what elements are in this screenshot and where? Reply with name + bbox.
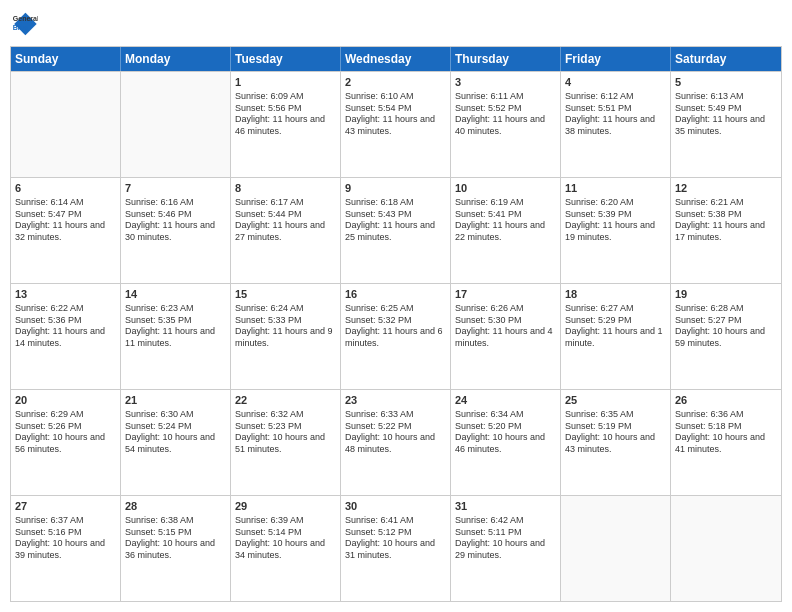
calendar-cell-1-4: 10Sunrise: 6:19 AMSunset: 5:41 PMDayligh… (451, 178, 561, 283)
day-info: Sunrise: 6:42 AMSunset: 5:11 PMDaylight:… (455, 515, 556, 562)
calendar-cell-4-3: 30Sunrise: 6:41 AMSunset: 5:12 PMDayligh… (341, 496, 451, 601)
day-number: 7 (125, 181, 226, 196)
day-info: Sunrise: 6:17 AMSunset: 5:44 PMDaylight:… (235, 197, 336, 244)
weekday-header-thursday: Thursday (451, 47, 561, 71)
day-info: Sunrise: 6:41 AMSunset: 5:12 PMDaylight:… (345, 515, 446, 562)
day-number: 2 (345, 75, 446, 90)
day-info: Sunrise: 6:33 AMSunset: 5:22 PMDaylight:… (345, 409, 446, 456)
day-number: 29 (235, 499, 336, 514)
day-info: Sunrise: 6:36 AMSunset: 5:18 PMDaylight:… (675, 409, 777, 456)
day-number: 23 (345, 393, 446, 408)
calendar-cell-0-6: 5Sunrise: 6:13 AMSunset: 5:49 PMDaylight… (671, 72, 781, 177)
calendar-row-2: 13Sunrise: 6:22 AMSunset: 5:36 PMDayligh… (11, 283, 781, 389)
calendar-cell-0-2: 1Sunrise: 6:09 AMSunset: 5:56 PMDaylight… (231, 72, 341, 177)
day-info: Sunrise: 6:23 AMSunset: 5:35 PMDaylight:… (125, 303, 226, 350)
day-number: 26 (675, 393, 777, 408)
day-info: Sunrise: 6:16 AMSunset: 5:46 PMDaylight:… (125, 197, 226, 244)
day-number: 17 (455, 287, 556, 302)
svg-text:General: General (13, 15, 38, 22)
day-number: 1 (235, 75, 336, 90)
day-number: 21 (125, 393, 226, 408)
day-info: Sunrise: 6:19 AMSunset: 5:41 PMDaylight:… (455, 197, 556, 244)
calendar-cell-1-0: 6Sunrise: 6:14 AMSunset: 5:47 PMDaylight… (11, 178, 121, 283)
calendar-cell-2-1: 14Sunrise: 6:23 AMSunset: 5:35 PMDayligh… (121, 284, 231, 389)
day-info: Sunrise: 6:38 AMSunset: 5:15 PMDaylight:… (125, 515, 226, 562)
calendar-row-1: 6Sunrise: 6:14 AMSunset: 5:47 PMDaylight… (11, 177, 781, 283)
day-number: 9 (345, 181, 446, 196)
day-number: 20 (15, 393, 116, 408)
day-number: 27 (15, 499, 116, 514)
calendar-cell-0-1 (121, 72, 231, 177)
calendar-body: 1Sunrise: 6:09 AMSunset: 5:56 PMDaylight… (11, 71, 781, 601)
day-number: 12 (675, 181, 777, 196)
svg-text:Blue: Blue (13, 24, 28, 31)
calendar-cell-1-1: 7Sunrise: 6:16 AMSunset: 5:46 PMDaylight… (121, 178, 231, 283)
day-info: Sunrise: 6:13 AMSunset: 5:49 PMDaylight:… (675, 91, 777, 138)
weekday-header-tuesday: Tuesday (231, 47, 341, 71)
calendar-cell-1-6: 12Sunrise: 6:21 AMSunset: 5:38 PMDayligh… (671, 178, 781, 283)
day-info: Sunrise: 6:18 AMSunset: 5:43 PMDaylight:… (345, 197, 446, 244)
calendar-row-0: 1Sunrise: 6:09 AMSunset: 5:56 PMDaylight… (11, 71, 781, 177)
calendar-cell-3-4: 24Sunrise: 6:34 AMSunset: 5:20 PMDayligh… (451, 390, 561, 495)
day-number: 22 (235, 393, 336, 408)
weekday-header-monday: Monday (121, 47, 231, 71)
calendar-cell-3-2: 22Sunrise: 6:32 AMSunset: 5:23 PMDayligh… (231, 390, 341, 495)
day-number: 3 (455, 75, 556, 90)
page: General Blue SundayMondayTuesdayWednesda… (0, 0, 792, 612)
calendar-cell-0-4: 3Sunrise: 6:11 AMSunset: 5:52 PMDaylight… (451, 72, 561, 177)
day-info: Sunrise: 6:12 AMSunset: 5:51 PMDaylight:… (565, 91, 666, 138)
calendar-cell-2-3: 16Sunrise: 6:25 AMSunset: 5:32 PMDayligh… (341, 284, 451, 389)
day-info: Sunrise: 6:20 AMSunset: 5:39 PMDaylight:… (565, 197, 666, 244)
day-number: 18 (565, 287, 666, 302)
weekday-header-friday: Friday (561, 47, 671, 71)
weekday-header-sunday: Sunday (11, 47, 121, 71)
calendar-row-4: 27Sunrise: 6:37 AMSunset: 5:16 PMDayligh… (11, 495, 781, 601)
calendar-cell-1-3: 9Sunrise: 6:18 AMSunset: 5:43 PMDaylight… (341, 178, 451, 283)
logo-icon: General Blue (10, 10, 38, 38)
day-number: 10 (455, 181, 556, 196)
day-info: Sunrise: 6:10 AMSunset: 5:54 PMDaylight:… (345, 91, 446, 138)
weekday-header-saturday: Saturday (671, 47, 781, 71)
day-number: 24 (455, 393, 556, 408)
day-info: Sunrise: 6:34 AMSunset: 5:20 PMDaylight:… (455, 409, 556, 456)
day-info: Sunrise: 6:25 AMSunset: 5:32 PMDaylight:… (345, 303, 446, 350)
day-info: Sunrise: 6:22 AMSunset: 5:36 PMDaylight:… (15, 303, 116, 350)
calendar-cell-1-5: 11Sunrise: 6:20 AMSunset: 5:39 PMDayligh… (561, 178, 671, 283)
day-number: 19 (675, 287, 777, 302)
calendar-cell-4-4: 31Sunrise: 6:42 AMSunset: 5:11 PMDayligh… (451, 496, 561, 601)
day-info: Sunrise: 6:24 AMSunset: 5:33 PMDaylight:… (235, 303, 336, 350)
calendar-cell-3-6: 26Sunrise: 6:36 AMSunset: 5:18 PMDayligh… (671, 390, 781, 495)
header: General Blue (10, 10, 782, 38)
day-number: 30 (345, 499, 446, 514)
calendar-cell-0-5: 4Sunrise: 6:12 AMSunset: 5:51 PMDaylight… (561, 72, 671, 177)
calendar-header: SundayMondayTuesdayWednesdayThursdayFrid… (11, 47, 781, 71)
day-number: 5 (675, 75, 777, 90)
day-info: Sunrise: 6:27 AMSunset: 5:29 PMDaylight:… (565, 303, 666, 350)
day-number: 28 (125, 499, 226, 514)
day-info: Sunrise: 6:14 AMSunset: 5:47 PMDaylight:… (15, 197, 116, 244)
calendar-cell-0-0 (11, 72, 121, 177)
calendar-cell-0-3: 2Sunrise: 6:10 AMSunset: 5:54 PMDaylight… (341, 72, 451, 177)
day-info: Sunrise: 6:30 AMSunset: 5:24 PMDaylight:… (125, 409, 226, 456)
day-info: Sunrise: 6:21 AMSunset: 5:38 PMDaylight:… (675, 197, 777, 244)
day-info: Sunrise: 6:11 AMSunset: 5:52 PMDaylight:… (455, 91, 556, 138)
calendar-row-3: 20Sunrise: 6:29 AMSunset: 5:26 PMDayligh… (11, 389, 781, 495)
calendar-cell-4-5 (561, 496, 671, 601)
day-number: 11 (565, 181, 666, 196)
day-number: 31 (455, 499, 556, 514)
calendar: SundayMondayTuesdayWednesdayThursdayFrid… (10, 46, 782, 602)
weekday-header-wednesday: Wednesday (341, 47, 451, 71)
calendar-cell-2-4: 17Sunrise: 6:26 AMSunset: 5:30 PMDayligh… (451, 284, 561, 389)
calendar-cell-2-6: 19Sunrise: 6:28 AMSunset: 5:27 PMDayligh… (671, 284, 781, 389)
day-info: Sunrise: 6:28 AMSunset: 5:27 PMDaylight:… (675, 303, 777, 350)
day-info: Sunrise: 6:37 AMSunset: 5:16 PMDaylight:… (15, 515, 116, 562)
calendar-cell-2-5: 18Sunrise: 6:27 AMSunset: 5:29 PMDayligh… (561, 284, 671, 389)
day-number: 13 (15, 287, 116, 302)
calendar-cell-3-5: 25Sunrise: 6:35 AMSunset: 5:19 PMDayligh… (561, 390, 671, 495)
calendar-cell-3-1: 21Sunrise: 6:30 AMSunset: 5:24 PMDayligh… (121, 390, 231, 495)
calendar-cell-4-1: 28Sunrise: 6:38 AMSunset: 5:15 PMDayligh… (121, 496, 231, 601)
calendar-cell-1-2: 8Sunrise: 6:17 AMSunset: 5:44 PMDaylight… (231, 178, 341, 283)
day-info: Sunrise: 6:09 AMSunset: 5:56 PMDaylight:… (235, 91, 336, 138)
day-info: Sunrise: 6:29 AMSunset: 5:26 PMDaylight:… (15, 409, 116, 456)
day-number: 6 (15, 181, 116, 196)
